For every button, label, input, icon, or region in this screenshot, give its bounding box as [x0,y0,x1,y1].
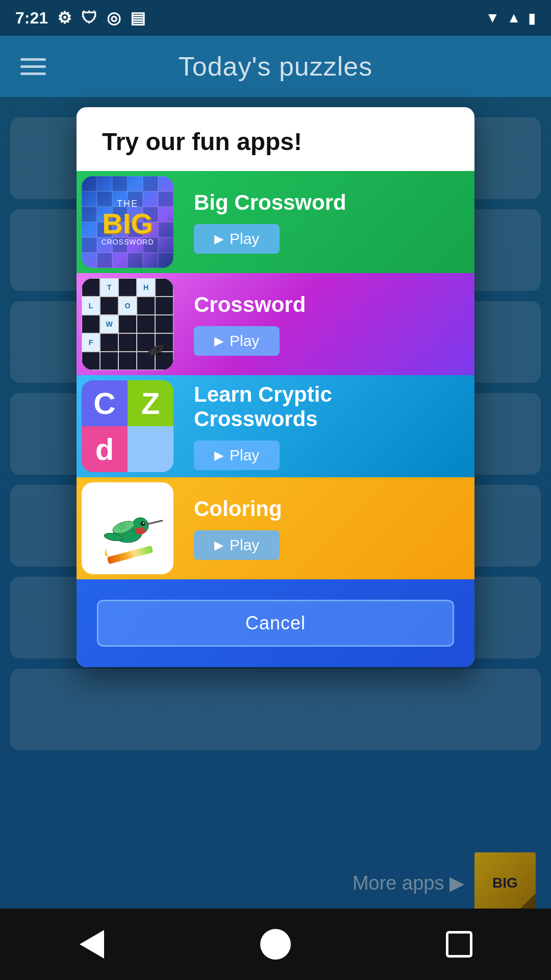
crossword-play-button[interactable]: ▶ Play [194,326,280,356]
big-crossword-icon: THE BIG CROSSWORD [77,171,179,273]
coloring-info: Coloring ▶ Play [179,497,474,560]
battery-icon: ▮ [528,10,536,27]
coloring-icon [77,477,179,579]
at-icon: ◎ [107,8,121,28]
modal-overlay: Try our fun apps! THE BIG [0,97,551,980]
shield-icon: 🛡 [81,9,97,28]
big-crossword-play-button[interactable]: ▶ Play [194,224,280,254]
play-icon-2: ▶ [214,334,223,348]
coloring-card[interactable]: Coloring ▶ Play [77,477,474,579]
crossword-card[interactable]: TH LO W F ✒ Crossword ▶ Play [77,273,474,375]
svg-rect-11 [107,546,154,565]
cryptic-name: Learn Cryptic Crosswords [194,382,459,431]
recents-icon [446,931,472,958]
svg-point-4 [143,523,144,524]
home-button[interactable] [255,924,296,965]
crossword-info: Crossword ▶ Play [179,292,474,356]
page-title: Today's puzzles [179,51,372,82]
big-crossword-card[interactable]: THE BIG CROSSWORD Big Crossword ▶ Play [77,171,474,273]
cancel-button[interactable]: Cancel [97,600,454,647]
app-bar: Today's puzzles [0,36,551,97]
back-button[interactable] [71,924,112,965]
home-icon [260,929,291,960]
wifi-icon: ▼ [486,10,500,26]
status-time: 7:21 [15,9,48,28]
cryptic-info: Learn Cryptic Crosswords ▶ Play [179,382,474,470]
big-crossword-name: Big Crossword [194,190,346,215]
svg-point-13 [131,530,133,532]
hamburger-icon [20,58,46,61]
apps-modal: Try our fun apps! THE BIG [77,107,474,667]
svg-point-5 [135,527,145,534]
svg-point-15 [134,534,136,536]
modal-title: Try our fun apps! [102,128,302,155]
back-icon [80,930,104,959]
play-icon-3: ▶ [214,448,223,462]
crossword-icon: TH LO W F ✒ [77,273,179,375]
svg-point-14 [124,533,126,535]
status-bar: 7:21 ⚙ 🛡 ◎ ▤ ▼ ▲ ▮ [0,0,551,36]
cryptic-play-button[interactable]: ▶ Play [194,440,280,470]
crossword-name: Crossword [194,292,306,317]
recents-button[interactable] [439,924,480,965]
cryptic-icon: C Z d [77,375,179,477]
play-icon: ▶ [214,232,223,246]
navigation-bar [0,909,551,980]
big-crossword-info: Big Crossword ▶ Play [179,190,474,254]
svg-marker-12 [103,548,108,559]
play-icon-4: ▶ [214,538,223,552]
svg-line-2 [147,521,162,524]
cancel-section: Cancel [77,579,474,667]
menu-button[interactable] [20,58,46,75]
signal-icon: ▲ [507,10,521,26]
coloring-name: Coloring [194,497,282,521]
card-icon: ▤ [130,8,145,28]
modal-header: Try our fun apps! [77,107,474,171]
coloring-play-button[interactable]: ▶ Play [194,530,280,560]
cryptic-card[interactable]: C Z d Learn Cryptic Crosswords ▶ Play [77,375,474,477]
settings-icon: ⚙ [57,8,72,28]
